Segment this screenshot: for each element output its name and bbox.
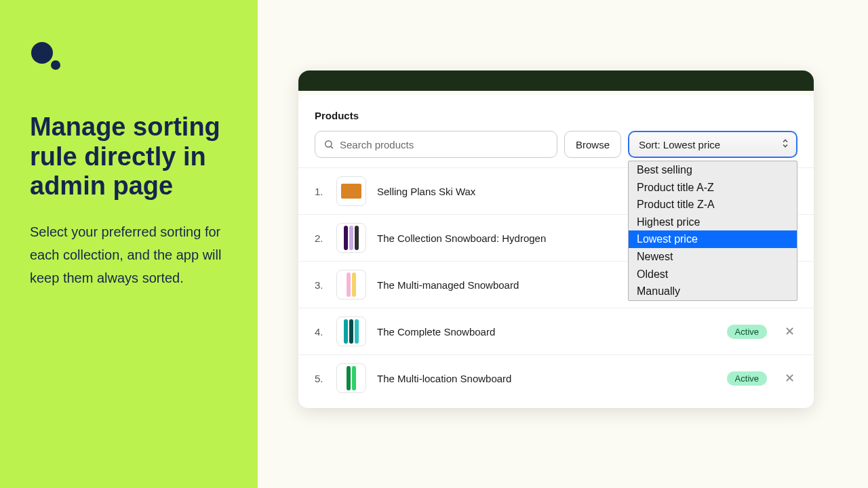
- row-index: 4.: [315, 326, 331, 338]
- search-icon: [323, 139, 334, 150]
- sort-option[interactable]: Highest price: [629, 214, 797, 231]
- sort-select-label: Sort: Lowest price: [639, 139, 720, 150]
- app-window: Products Browse Sort: Lowest price Best …: [298, 70, 814, 408]
- status-badge: Active: [727, 325, 767, 339]
- svg-point-1: [51, 60, 60, 70]
- sort-option[interactable]: Lowest price: [629, 230, 797, 248]
- product-name: The Complete Snowboard: [377, 326, 727, 338]
- row-index: 1.: [315, 186, 331, 197]
- search-input[interactable]: [340, 139, 549, 150]
- brand-logo: [30, 41, 228, 72]
- window-titlebar: [298, 70, 814, 91]
- sort-option[interactable]: Manually: [629, 283, 797, 300]
- svg-point-0: [31, 42, 53, 64]
- sort-option[interactable]: Best selling: [629, 161, 797, 179]
- sort-option[interactable]: Product title A-Z: [629, 179, 797, 197]
- row-index: 5.: [315, 373, 331, 384]
- sort-option[interactable]: Oldest: [629, 266, 797, 283]
- sort-option[interactable]: Product title Z-A: [629, 196, 797, 214]
- svg-line-3: [331, 146, 333, 148]
- remove-icon[interactable]: ✕: [782, 368, 797, 388]
- product-row[interactable]: 4.The Complete SnowboardActive✕: [298, 308, 814, 354]
- product-thumbnail: [336, 363, 366, 393]
- card-title: Products: [315, 110, 797, 121]
- sort-select[interactable]: Sort: Lowest price: [628, 131, 797, 158]
- row-index: 2.: [315, 232, 331, 244]
- marketing-subtext: Select your preferred sorting for each c…: [30, 220, 228, 289]
- search-input-wrap[interactable]: [315, 131, 557, 158]
- toolbar: Browse Sort: Lowest price Best sellingPr…: [315, 131, 797, 158]
- product-name: The Multi-location Snowboard: [377, 373, 727, 384]
- sort-dropdown[interactable]: Best sellingProduct title A-ZProduct tit…: [628, 161, 797, 301]
- row-index: 3.: [315, 279, 331, 291]
- product-thumbnail: [336, 317, 366, 346]
- select-chevron-icon: [781, 138, 789, 151]
- svg-point-2: [326, 141, 332, 147]
- marketing-sidebar: Manage sorting rule directly in admin pa…: [0, 0, 258, 488]
- product-row[interactable]: 5.The Multi-location SnowboardActive✕: [298, 354, 814, 401]
- products-card: Products Browse Sort: Lowest price Best …: [298, 95, 814, 408]
- product-thumbnail: [336, 270, 366, 300]
- status-badge: Active: [727, 371, 767, 386]
- product-thumbnail: [336, 223, 366, 253]
- remove-icon[interactable]: ✕: [782, 321, 797, 342]
- browse-button[interactable]: Browse: [564, 131, 621, 158]
- app-preview: Products Browse Sort: Lowest price Best …: [258, 0, 868, 488]
- product-thumbnail: [336, 176, 366, 206]
- marketing-headline: Manage sorting rule directly in admin pa…: [30, 113, 228, 201]
- sort-option[interactable]: Newest: [629, 248, 797, 266]
